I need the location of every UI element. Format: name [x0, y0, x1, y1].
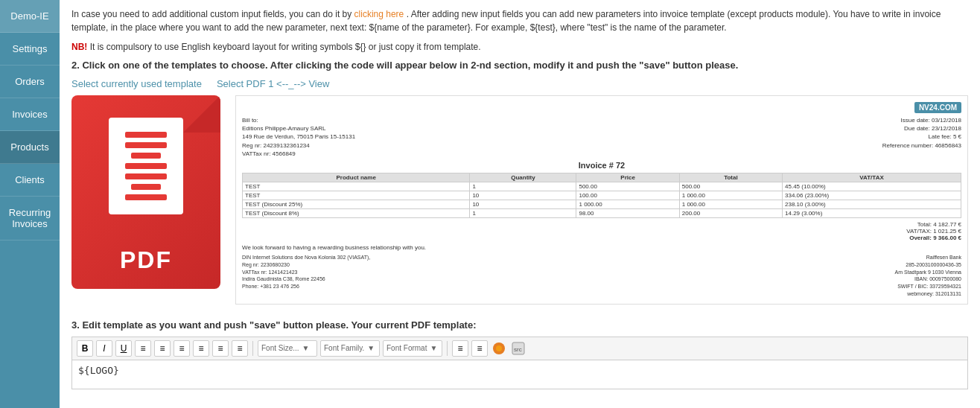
font-family-chevron-icon: ▼	[367, 344, 375, 352]
main-content: In case you need to add additional custo…	[60, 0, 980, 408]
table-row: TEST 1 500.00 500.00 45.45 (10.00%)	[243, 182, 961, 191]
template-links: Select currently used template Select PD…	[71, 78, 968, 89]
inv-footer-info: DIN Internet Solutions doe Nova Kolonia …	[242, 254, 961, 298]
invoice-preview: NV24.COM Bill to: Editions Philippe-Amau…	[235, 95, 968, 305]
editor-toolbar: B I U ≡ ≡ ≡ ≡ ≡ ≡ Font Size... ▼ Font Fa…	[71, 337, 968, 360]
italic-button[interactable]: I	[96, 340, 112, 357]
pdf-label: PDF	[120, 246, 172, 274]
font-size-chevron-icon: ▼	[302, 344, 310, 352]
inv-logo: NV24.COM	[242, 102, 961, 113]
align-center-button[interactable]: ≡	[154, 340, 171, 357]
editor-section: 3. Edit template as you want and push "s…	[71, 319, 968, 389]
section3-header: 3. Edit template as you want and push "s…	[71, 319, 968, 331]
table-row: TEST (Discount 25%) 10 1 000.00 1 000.00…	[243, 200, 961, 208]
inv-totals: Total: 4 182.77 € VAT/TAX: 1 021.25 € Ov…	[242, 221, 961, 241]
font-family-label: Font Family.	[324, 344, 364, 352]
pdf-doc-icon	[109, 118, 183, 214]
sidebar-item-orders[interactable]: Orders	[0, 66, 60, 98]
clicking-here-link[interactable]: clicking here	[354, 9, 404, 19]
sidebar-item-products[interactable]: Products	[0, 131, 60, 164]
bold-button[interactable]: B	[77, 340, 93, 357]
inv-title: Invoice # 72	[242, 161, 961, 170]
toolbar-sep-1	[252, 341, 253, 356]
align-right-button[interactable]: ≡	[174, 340, 190, 357]
inv-header: Bill to: Editions Philippe-Amaury SARL 1…	[242, 116, 961, 158]
editor-body[interactable]: ${LOGO}	[71, 360, 968, 389]
list-ordered-button[interactable]: ≡	[212, 340, 229, 357]
align-left-button[interactable]: ≡	[135, 340, 151, 357]
nb-label: NB!	[71, 42, 87, 52]
sidebar: Demo-IE Settings Orders Invoices Product…	[0, 0, 60, 408]
sidebar-item-invoices[interactable]: Invoices	[0, 98, 60, 131]
select-template-link[interactable]: Select currently used template	[71, 78, 202, 89]
sidebar-item-recurring-invoices[interactable]: Recurring Invoices	[0, 197, 60, 240]
font-format-select[interactable]: Font Format ▼	[383, 340, 442, 357]
svg-text:src: src	[514, 346, 522, 353]
align-justify-button[interactable]: ≡	[193, 340, 209, 357]
pdf-line-2	[125, 142, 167, 148]
nb-paragraph: NB! It is compulsory to use English keyb…	[71, 40, 968, 54]
pdf-icon-container: PDF	[71, 95, 220, 289]
indent-left-button[interactable]: ≡	[452, 340, 468, 357]
inv-bill-to: Bill to: Editions Philippe-Amaury SARL 1…	[242, 116, 355, 158]
inv-logo-box: NV24.COM	[914, 102, 961, 113]
table-row: TEST (Discount 8%) 1 98.00 200.00 14.29 …	[243, 208, 961, 217]
list-unordered-button[interactable]: ≡	[232, 340, 248, 357]
sidebar-item-demo-ie[interactable]: Demo-IE	[0, 0, 60, 33]
template-area: PDF NV24.COM Bill to: Editions Philippe-…	[71, 95, 968, 305]
font-size-label: Font Size...	[261, 344, 299, 352]
inv-table: Product name Quantity Price Total VAT/TA…	[242, 173, 961, 218]
table-row: TEST 10 100.00 1 000.00 334.06 (23.00%)	[243, 191, 961, 200]
pdf-line-3	[131, 153, 161, 159]
font-format-label: Font Format	[386, 344, 427, 352]
pdf-line-4	[125, 163, 167, 169]
sidebar-item-clients[interactable]: Clients	[0, 164, 60, 197]
font-format-chevron-icon: ▼	[430, 344, 437, 352]
info-paragraph: In case you need to add additional custo…	[71, 7, 968, 34]
pdf-line-7	[125, 194, 167, 200]
pdf-line-1	[125, 132, 167, 138]
indent-right-button[interactable]: ≡	[471, 340, 488, 357]
select-pdf-link[interactable]: Select PDF 1 <--_--> View	[217, 78, 329, 89]
font-size-select[interactable]: Font Size... ▼	[258, 340, 317, 357]
inv-dates: Issue date: 03/12/2018 Due date: 23/12/2…	[882, 116, 961, 158]
source-icon[interactable]: src	[510, 340, 526, 357]
pdf-thumbnail[interactable]: PDF	[71, 95, 220, 289]
color-picker-icon[interactable]	[491, 340, 507, 357]
sidebar-item-settings[interactable]: Settings	[0, 33, 60, 66]
section2-header: 2. Click on one of the templates to choo…	[71, 60, 968, 71]
toolbar-sep-2	[447, 341, 448, 356]
inv-regards: We look forward to having a rewarding bu…	[242, 244, 961, 251]
pdf-line-6	[131, 184, 161, 190]
svg-point-1	[496, 345, 502, 351]
pdf-line-5	[125, 173, 167, 179]
underline-button[interactable]: U	[115, 340, 132, 357]
font-family-select[interactable]: Font Family. ▼	[320, 340, 380, 357]
